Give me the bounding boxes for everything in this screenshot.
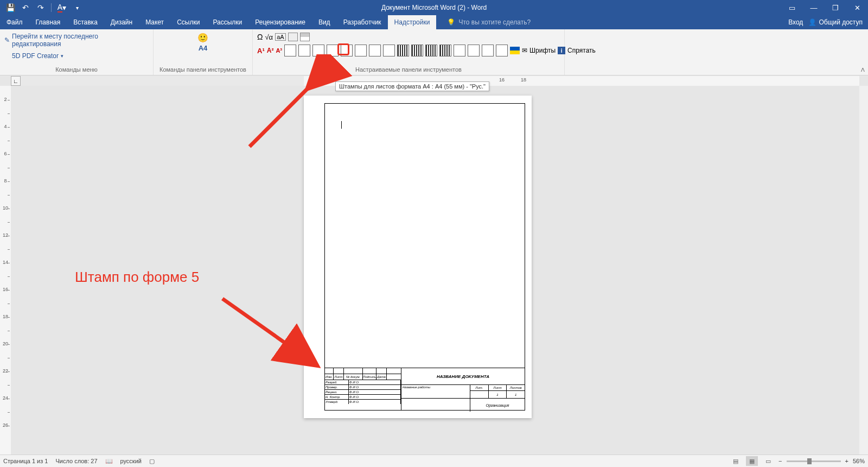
font-color-icon[interactable]: A▾ [57, 3, 67, 12]
vertical-scrollbar[interactable] [859, 86, 868, 455]
tab-layout[interactable]: Макет [139, 15, 170, 29]
zoom-in-icon[interactable]: + [845, 458, 848, 464]
save-icon[interactable]: 💾 [5, 3, 15, 12]
document-workspace: ∟ 16 18 2468101214161820222426 Штампы дл… [0, 76, 868, 455]
stamp-button-3[interactable] [312, 45, 324, 56]
window-title: Документ Microsoft Word (2) - Word [381, 4, 487, 11]
collapse-ribbon-icon[interactable]: ᐱ [861, 67, 865, 73]
goto-icon: ✎ [4, 36, 10, 44]
document-page[interactable]: Изм. Лист № докум. Подпись Дата Разраб.Ф… [304, 96, 532, 418]
tab-references[interactable]: Ссылки [170, 15, 206, 29]
maximize-icon[interactable]: ❐ [825, 0, 846, 15]
stamp-button-15[interactable] [482, 45, 494, 56]
table-icon[interactable] [300, 33, 310, 41]
undo-icon[interactable]: ↶ [21, 3, 30, 12]
work-title-field: Название работы [401, 385, 470, 398]
dropdown-icon: ▾ [61, 53, 63, 59]
font-a1-icon[interactable]: A¹ [257, 47, 265, 55]
svg-line-1 [222, 299, 315, 364]
stamp-button-4[interactable] [327, 45, 339, 56]
tooltip: Штампы для листов формата А4 : А4 (55 мм… [335, 81, 489, 91]
tab-mailings[interactable]: Рассылки [206, 15, 248, 29]
stamp-button-11[interactable] [425, 45, 437, 56]
ribbon-group-custom-toolbars: Ω √α aA A¹ A² A³ [253, 29, 565, 75]
minimize-icon[interactable]: — [803, 0, 825, 15]
fonts-button[interactable]: Шрифты [529, 47, 556, 54]
status-word-count[interactable]: Число слов: 27 [55, 458, 97, 464]
tab-view[interactable]: Вид [312, 15, 337, 29]
stamp-button-7[interactable] [369, 45, 381, 56]
doc-title-field: НАЗВАНИЕ ДОКУМЕНТА [401, 368, 525, 385]
tab-file[interactable]: Файл [0, 15, 29, 29]
tab-selector-icon[interactable]: ∟ [11, 76, 21, 86]
info-icon[interactable]: i [558, 47, 565, 54]
title-block: Изм. Лист № докум. Подпись Дата Разраб.Ф… [325, 368, 525, 410]
tab-review[interactable]: Рецензирование [248, 15, 312, 29]
annotation-text: Штамп по форме 5 [75, 269, 199, 286]
ribbon-group-toolbar-commands: 🙂 А4 Команды панели инструментов [154, 29, 253, 75]
tab-addins[interactable]: Надстройки [388, 15, 437, 29]
status-language[interactable]: русский [120, 458, 142, 464]
vertical-ruler[interactable]: 2468101214161820222426 [0, 86, 11, 455]
tab-developer[interactable]: Разработчик [337, 15, 388, 29]
status-bar: Страница 1 из 1 Число слов: 27 📖 русский… [0, 455, 868, 467]
tab-insert[interactable]: Вставка [67, 15, 104, 29]
stamp-button-1[interactable] [284, 45, 296, 56]
stamp-button-9[interactable] [397, 45, 409, 56]
org-field: Организация [470, 399, 525, 412]
stamp-button-8[interactable] [383, 45, 395, 56]
field-icon[interactable] [288, 33, 298, 41]
toolbar-row-2: A¹ A² A³ ✉ Шриф [257, 45, 596, 56]
zoom-slider[interactable] [787, 460, 841, 462]
quick-access-toolbar: 💾 ↶ ↷ A▾ ▾ [0, 3, 82, 12]
omega-icon[interactable]: Ω [257, 33, 263, 41]
stamp-button-6[interactable] [355, 45, 367, 56]
view-print-icon[interactable]: ▦ [746, 456, 758, 466]
share-icon: 👤 [808, 18, 816, 26]
group-label: Настраиваемые панели инструментов [257, 66, 560, 74]
ribbon-tabs: Файл Главная Вставка Дизайн Макет Ссылки… [0, 15, 868, 29]
lightbulb-icon: 💡 [447, 18, 455, 26]
font-a2-icon[interactable]: A² [267, 47, 274, 54]
text-cursor [341, 121, 342, 129]
annotation-highlight [337, 43, 349, 55]
stamp-button-12[interactable] [439, 45, 451, 56]
spellcheck-icon[interactable]: 📖 [105, 458, 113, 465]
hide-button[interactable]: Спрятать [567, 47, 596, 54]
qat-customize-icon[interactable]: ▾ [72, 3, 82, 12]
stamp-button-14[interactable] [468, 45, 480, 56]
pdf-creator-button[interactable]: 5D PDF Creator▾ [4, 52, 63, 60]
goto-last-edit-button[interactable]: ✎Перейти к месту последнего редактирован… [4, 33, 149, 48]
stamp-button-2[interactable] [298, 45, 310, 56]
ribbon-group-menu-commands: ✎Перейти к месту последнего редактирован… [0, 29, 154, 75]
font-a3-icon[interactable]: A³ [276, 47, 282, 54]
window-controls: ▭ — ❐ ✕ [781, 0, 868, 15]
macro-record-icon[interactable]: ▢ [149, 458, 155, 465]
zoom-level[interactable]: 56% [853, 458, 865, 464]
status-page[interactable]: Страница 1 из 1 [3, 458, 48, 464]
tab-home[interactable]: Главная [29, 15, 67, 29]
signin-link[interactable]: Вход [788, 18, 803, 26]
stamp-button-10[interactable] [411, 45, 423, 56]
share-button[interactable]: 👤Общий доступ [808, 18, 863, 26]
ribbon: ✎Перейти к месту последнего редактирован… [0, 29, 868, 75]
a4-button[interactable]: А4 [199, 44, 208, 52]
toolbar-row-1: Ω √α aA [257, 33, 310, 41]
ribbon-options-icon[interactable]: ▭ [781, 0, 803, 15]
view-read-icon[interactable]: ▤ [730, 456, 742, 466]
redo-icon[interactable]: ↷ [36, 3, 46, 12]
zoom-out-icon[interactable]: − [778, 458, 782, 464]
page-frame: Изм. Лист № докум. Подпись Дата Разраб.Ф… [324, 103, 525, 411]
stamp-button-13[interactable] [454, 45, 465, 56]
group-label: Команды панели инструментов [158, 66, 248, 74]
autotext-icon[interactable]: aA [275, 33, 285, 41]
smiley-icon[interactable]: 🙂 [197, 33, 208, 43]
tab-design[interactable]: Дизайн [104, 15, 139, 29]
view-web-icon[interactable]: ▭ [762, 456, 774, 466]
flag-ua-icon[interactable] [510, 47, 520, 54]
close-icon[interactable]: ✕ [846, 0, 868, 15]
tell-me[interactable]: 💡Что вы хотите сделать? [441, 15, 537, 29]
envelope-icon[interactable]: ✉ [522, 47, 527, 54]
sqrt-icon[interactable]: √α [265, 33, 273, 41]
stamp-button-16[interactable] [496, 45, 508, 56]
